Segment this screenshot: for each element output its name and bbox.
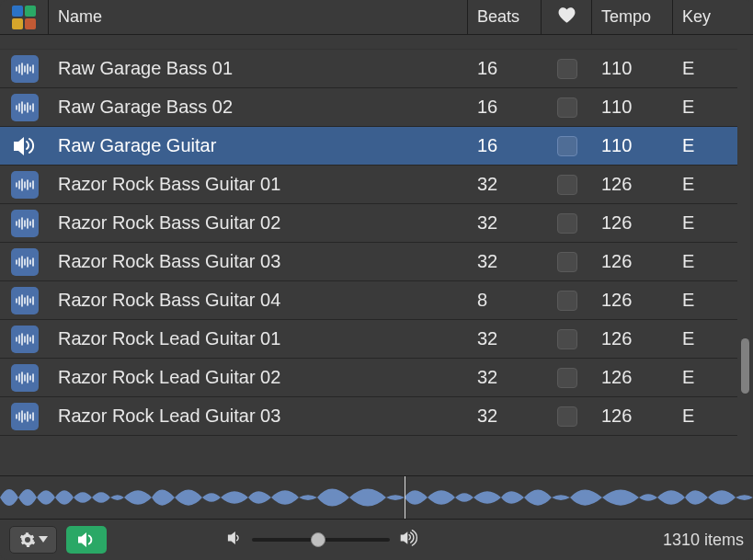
item-count: 1310 items xyxy=(663,531,744,550)
table-row[interactable]: Razor Rock Lead Guitar 0132126E xyxy=(0,320,737,359)
loop-key: E xyxy=(673,135,737,156)
loop-tempo: 110 xyxy=(592,97,673,118)
volume-high-icon xyxy=(399,530,419,551)
audio-loop-icon xyxy=(11,364,39,392)
table-row[interactable]: Razor Rock Bass Guitar 0332126E xyxy=(0,243,737,281)
table-row[interactable]: Razor Rock Lead Guitar 0232126E xyxy=(0,359,737,397)
audio-loop-icon xyxy=(11,403,39,430)
favorite-checkbox[interactable] xyxy=(557,252,577,272)
loop-key: E xyxy=(673,251,737,272)
loop-beats: 32 xyxy=(468,251,542,272)
audio-loop-icon xyxy=(11,210,39,237)
favorite-checkbox[interactable] xyxy=(557,136,577,156)
loop-table[interactable]: Raw Garage Bass 0116110ERaw Garage Bass … xyxy=(0,35,737,475)
footer-toolbar: 1310 items xyxy=(0,520,753,560)
loop-tempo: 126 xyxy=(592,367,673,388)
loop-name: Razor Rock Lead Guitar 03 xyxy=(49,406,468,427)
volume-low-icon xyxy=(226,531,243,550)
table-row[interactable]: Raw Garage Bass 0216110E xyxy=(0,88,737,127)
audio-loop-icon xyxy=(11,171,39,199)
table-header: Name Beats Tempo Key xyxy=(0,0,753,35)
column-header-tempo[interactable]: Tempo xyxy=(592,0,673,34)
audio-loop-icon xyxy=(11,94,39,121)
loop-tempo: 126 xyxy=(592,212,673,234)
waveform-preview[interactable] xyxy=(0,475,753,520)
loop-key: E xyxy=(673,328,737,349)
loop-tempo: 126 xyxy=(592,290,673,311)
loop-name: Razor Rock Bass Guitar 04 xyxy=(49,290,468,311)
favorite-checkbox[interactable] xyxy=(557,368,577,388)
loop-name: Razor Rock Bass Guitar 01 xyxy=(49,174,468,195)
table-row[interactable]: Razor Rock Bass Guitar 048126E xyxy=(0,281,737,320)
volume-slider[interactable] xyxy=(252,538,390,542)
loop-name: Razor Rock Bass Guitar 03 xyxy=(49,251,468,272)
loop-tempo: 110 xyxy=(592,58,673,79)
loop-key: E xyxy=(673,367,737,388)
favorite-checkbox[interactable] xyxy=(557,406,577,427)
volume-control xyxy=(226,530,419,551)
loop-beats: 32 xyxy=(468,328,542,349)
favorite-checkbox[interactable] xyxy=(557,59,577,79)
preview-play-button[interactable] xyxy=(66,526,107,554)
loop-beats: 16 xyxy=(468,58,542,79)
audio-loop-icon xyxy=(11,248,39,276)
audio-loop-icon xyxy=(11,55,39,83)
favorite-checkbox[interactable] xyxy=(557,291,577,311)
favorite-checkbox[interactable] xyxy=(557,329,577,349)
loop-key: E xyxy=(673,58,737,79)
loop-key: E xyxy=(673,290,737,311)
loop-key: E xyxy=(673,212,737,234)
loop-key: E xyxy=(673,406,737,427)
table-row[interactable]: Razor Rock Bass Guitar 0132126E xyxy=(0,166,737,204)
loop-tempo: 126 xyxy=(592,251,673,272)
loop-beats: 32 xyxy=(468,367,542,388)
loop-beats: 16 xyxy=(468,97,542,118)
favorite-checkbox[interactable] xyxy=(557,97,577,118)
loop-name: Razor Rock Bass Guitar 02 xyxy=(49,212,468,234)
column-header-key[interactable]: Key xyxy=(673,0,737,34)
column-header-favorite[interactable] xyxy=(542,0,592,34)
loop-name: Razor Rock Lead Guitar 02 xyxy=(49,367,468,388)
table-row[interactable]: Raw Garage Bass 0116110E xyxy=(0,50,737,88)
loop-tempo: 126 xyxy=(592,406,673,427)
chevron-down-icon xyxy=(39,536,48,543)
scroll-thumb[interactable] xyxy=(741,338,749,394)
loop-tempo: 126 xyxy=(592,328,673,349)
favorite-checkbox[interactable] xyxy=(557,213,577,234)
table-row xyxy=(0,35,737,50)
playhead[interactable] xyxy=(405,476,405,519)
column-header-beats[interactable]: Beats xyxy=(468,0,542,34)
loop-tempo: 126 xyxy=(592,174,673,195)
table-row[interactable]: Razor Rock Bass Guitar 0232126E xyxy=(0,204,737,243)
audio-loop-icon xyxy=(11,326,39,353)
loop-beats: 32 xyxy=(468,174,542,195)
loop-name: Razor Rock Lead Guitar 01 xyxy=(49,328,468,349)
audio-loop-icon xyxy=(11,287,39,314)
grid-icon xyxy=(12,6,36,29)
loop-beats: 32 xyxy=(468,212,542,234)
speaker-icon xyxy=(76,531,97,548)
loop-key: E xyxy=(673,174,737,195)
favorite-checkbox[interactable] xyxy=(557,175,577,195)
table-row[interactable]: Razor Rock Lead Guitar 0332126E xyxy=(0,397,737,436)
scrollbar[interactable] xyxy=(737,35,753,475)
loop-key: E xyxy=(673,97,737,118)
gear-icon xyxy=(19,531,36,548)
loop-name: Raw Garage Bass 02 xyxy=(49,97,468,118)
settings-button[interactable] xyxy=(9,526,57,554)
heart-icon xyxy=(558,7,576,28)
category-grid-button[interactable] xyxy=(0,0,49,34)
loop-name: Raw Garage Bass 01 xyxy=(49,58,468,79)
loop-beats: 32 xyxy=(468,406,542,427)
table-row[interactable]: Raw Garage Guitar16110E xyxy=(0,127,737,166)
volume-thumb[interactable] xyxy=(311,532,325,547)
loop-name: Raw Garage Guitar xyxy=(49,135,468,156)
playing-icon xyxy=(11,132,39,160)
loop-tempo: 110 xyxy=(592,135,673,156)
column-header-name[interactable]: Name xyxy=(49,0,468,34)
loop-beats: 8 xyxy=(468,290,542,311)
loop-beats: 16 xyxy=(468,135,542,156)
